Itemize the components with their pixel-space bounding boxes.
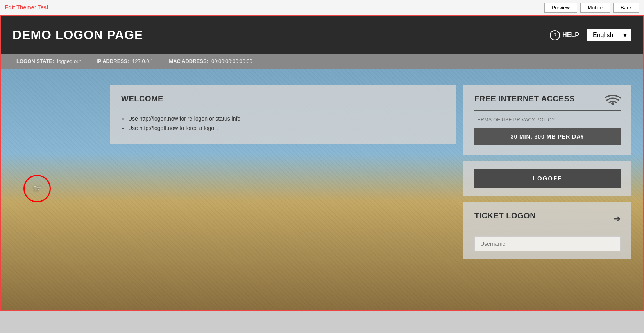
help-button[interactable]: ? HELP: [550, 30, 579, 40]
welcome-bullet-1: Use http://logon.now for re-logon or sta…: [128, 115, 445, 122]
welcome-body: Use http://logon.now for re-logon or sta…: [121, 115, 445, 131]
ticket-logon-divider: [474, 226, 621, 226]
page-header: DEMO LOGON PAGE ? HELP English French Sp…: [1, 16, 643, 54]
left-column: WELCOME Use http://logon.now for re-logo…: [110, 85, 456, 302]
free-internet-card: FREE INTERNET ACCESS TERMS OF USE PRIVAC…: [463, 85, 631, 155]
preview-button[interactable]: Preview: [544, 3, 577, 13]
ticket-logon-card: TICKET LOGON ➔: [463, 202, 631, 259]
language-select[interactable]: English French Spanish German: [587, 29, 631, 41]
plan-button[interactable]: 30 MIN, 300 MB PER DAY: [474, 128, 621, 145]
mac-label: MAC ADDRESS:: [169, 58, 208, 64]
ip-label: IP ADDRESS:: [97, 58, 129, 64]
demo-page: DEMO LOGON PAGE ? HELP English French Sp…: [0, 16, 644, 311]
ticket-logon-title: TICKET LOGON: [474, 211, 536, 220]
main-content: ☞ WELCOME Use http://logon.now for re-lo…: [1, 69, 643, 310]
terms-text: TERMS OF USE PRIVACY POLICY: [474, 117, 621, 122]
welcome-list: Use http://logon.now for re-logon or sta…: [121, 115, 445, 131]
mac-address-item: MAC ADDRESS: 00:00:00:00:00:00: [169, 58, 252, 64]
mac-value: 00:00:00:00:00:00: [211, 58, 252, 64]
free-internet-header-row: FREE INTERNET ACCESS: [474, 94, 621, 110]
wifi-icon: [605, 94, 621, 110]
logon-state-item: LOGON STATE: logged out: [16, 58, 81, 64]
cursor-hand-icon: ☞: [33, 183, 42, 195]
arrow-right-icon: ➔: [614, 214, 621, 224]
logoff-card: LOGOFF: [463, 161, 631, 196]
logon-state-label: LOGON STATE:: [16, 58, 54, 64]
header-right: ? HELP English French Spanish German: [550, 29, 631, 41]
ticket-logon-header-row: TICKET LOGON ➔: [474, 211, 621, 226]
free-internet-title: FREE INTERNET ACCESS: [474, 94, 575, 103]
welcome-bullet-2: Use http://logoff.now to force a logoff.: [128, 125, 445, 131]
help-icon: ?: [550, 30, 560, 40]
back-button[interactable]: Back: [613, 3, 639, 13]
logoff-button[interactable]: LOGOFF: [474, 169, 621, 188]
welcome-divider: [121, 109, 445, 109]
ip-address-item: IP ADDRESS: 127.0.0.1: [97, 58, 153, 64]
username-input[interactable]: [474, 236, 621, 251]
language-selector-wrapper: English French Spanish German: [587, 29, 631, 41]
welcome-title: WELCOME: [121, 94, 445, 103]
page-logo-title: DEMO LOGON PAGE: [13, 28, 143, 42]
editor-bar: Edit Theme: Test Preview Mobile Back: [0, 0, 644, 16]
ip-value: 127.0.0.1: [132, 58, 153, 64]
edit-theme-title: Edit Theme: Test: [5, 4, 48, 11]
editor-buttons: Preview Mobile Back: [544, 3, 639, 13]
welcome-card: WELCOME Use http://logon.now for re-logo…: [110, 85, 456, 144]
cards-area: WELCOME Use http://logon.now for re-logo…: [1, 77, 643, 310]
help-label: HELP: [562, 32, 579, 39]
logon-state-value: logged out: [57, 58, 81, 64]
right-column: FREE INTERNET ACCESS TERMS OF USE PRIVAC…: [463, 85, 631, 302]
cursor-indicator: ☞: [23, 175, 51, 202]
status-bar: LOGON STATE: logged out IP ADDRESS: 127.…: [1, 54, 643, 69]
mobile-button[interactable]: Mobile: [580, 3, 610, 13]
free-internet-divider: [474, 110, 621, 111]
